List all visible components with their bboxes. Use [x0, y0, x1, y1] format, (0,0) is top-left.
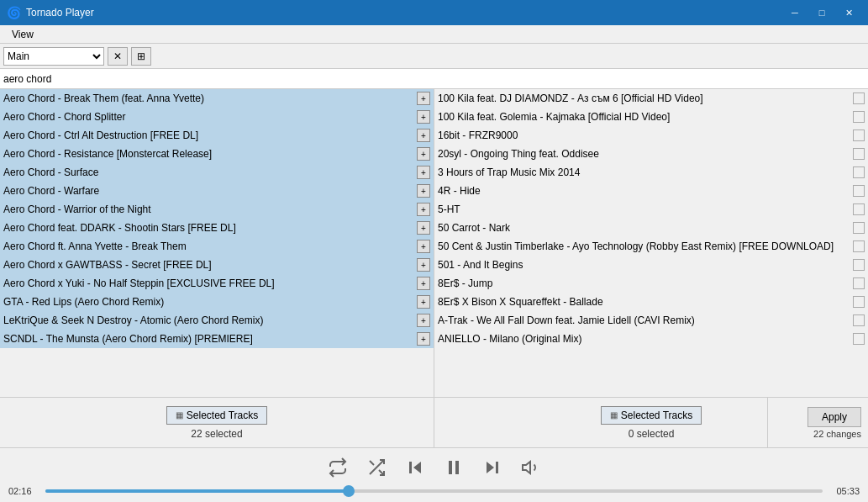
- time-start: 02:16: [8, 486, 39, 496]
- progress-area: 02:16 05:33: [0, 486, 868, 496]
- list-item[interactable]: 8Er$ X Bison X Squareffekt - Ballade: [434, 293, 868, 311]
- list-item[interactable]: Aero Chord x Yuki - No Half Steppin [EXC…: [0, 274, 434, 293]
- list-item[interactable]: Aero Chord - Warrior of the Night+: [0, 200, 434, 219]
- right-selected-icon: ▦: [610, 410, 618, 420]
- list-item[interactable]: 20syl - Ongoing Thing feat. Oddisee: [434, 145, 868, 163]
- check-button[interactable]: [853, 166, 865, 178]
- svg-marker-7: [487, 462, 494, 473]
- preset-select[interactable]: Main: [3, 47, 104, 66]
- right-selected-label: Selected Tracks: [621, 410, 692, 421]
- svg-rect-5: [449, 461, 452, 474]
- lists-area: Aero Chord - Break Them (feat. Anna Yvet…: [0, 89, 868, 397]
- app-title: Tornado Player: [26, 7, 782, 18]
- apply-button[interactable]: Apply: [808, 407, 861, 427]
- add-button[interactable]: +: [417, 147, 430, 161]
- list-item[interactable]: Aero Chord feat. DDARK - Shootin Stars […: [0, 219, 434, 237]
- add-button[interactable]: +: [417, 240, 430, 253]
- list-item[interactable]: 501 - And It Begins: [434, 256, 868, 274]
- list-item[interactable]: 16bit - FRZR9000: [434, 126, 868, 145]
- list-item[interactable]: Aero Chord ft. Anna Yvette - Break Them+: [0, 237, 434, 256]
- add-button[interactable]: +: [417, 295, 430, 309]
- check-button[interactable]: [853, 203, 865, 215]
- list-item[interactable]: LeKtriQue & Seek N Destroy - Atomic (Aer…: [0, 311, 434, 330]
- search-bar: [0, 69, 868, 89]
- loop-button[interactable]: [324, 454, 351, 481]
- check-button[interactable]: [853, 259, 865, 271]
- apply-area: Apply 22 changes: [767, 398, 868, 448]
- toolbar-grid-button[interactable]: ⊞: [131, 47, 151, 66]
- title-bar: 🌀 Tornado Player ─ □ ✕: [0, 0, 868, 25]
- list-item[interactable]: A-Trak - We All Fall Down feat. Jamie Li…: [434, 311, 868, 330]
- list-item[interactable]: 50 Cent & Justin Timberlake - Ayo Techno…: [434, 237, 868, 256]
- add-button[interactable]: +: [417, 314, 430, 327]
- check-button[interactable]: [853, 296, 865, 308]
- left-list-container: Aero Chord - Break Them (feat. Anna Yvet…: [0, 89, 434, 397]
- list-item[interactable]: Aero Chord - Surface+: [0, 163, 434, 182]
- left-selected-count: 22 selected: [191, 428, 242, 440]
- svg-marker-3: [413, 462, 421, 473]
- volume-button[interactable]: [518, 454, 544, 481]
- check-button[interactable]: [853, 111, 865, 123]
- list-item[interactable]: 8Er$ - Jump: [434, 274, 868, 293]
- right-selected-button[interactable]: ▦ Selected Tracks: [601, 406, 702, 425]
- progress-handle[interactable]: [343, 485, 355, 497]
- right-list-container: 100 Kila feat. DJ DIAMONDZ - Аз съм 6 [O…: [434, 89, 868, 397]
- right-selected-panel: ▦ Selected Tracks 0 selected Apply 22 ch…: [434, 398, 868, 447]
- list-item[interactable]: GTA - Red Lips (Aero Chord Remix)+: [0, 293, 434, 311]
- add-button[interactable]: +: [417, 277, 430, 290]
- prev-button[interactable]: [402, 454, 429, 481]
- add-button[interactable]: +: [417, 221, 430, 235]
- check-button[interactable]: [853, 222, 865, 234]
- list-item[interactable]: 3 Hours of Trap Music Mix 2014: [434, 163, 868, 182]
- list-item[interactable]: 5-HT: [434, 200, 868, 219]
- svg-rect-6: [455, 461, 459, 474]
- left-selected-button[interactable]: ▦ Selected Tracks: [166, 406, 267, 425]
- add-button[interactable]: +: [417, 129, 430, 142]
- svg-line-2: [370, 461, 374, 465]
- left-selected-icon: ▦: [176, 410, 183, 420]
- list-item[interactable]: SCNDL - The Munsta (Aero Chord Remix) [P…: [0, 330, 434, 348]
- add-button[interactable]: +: [417, 184, 430, 198]
- player-area: 02:16 05:33: [0, 447, 868, 502]
- close-button[interactable]: ✕: [836, 4, 861, 21]
- menu-bar: View: [0, 25, 868, 44]
- list-item[interactable]: Aero Chord - Break Them (feat. Anna Yvet…: [0, 89, 434, 108]
- check-button[interactable]: [853, 277, 865, 289]
- list-item[interactable]: Aero Chord - Warfare+: [0, 182, 434, 200]
- check-button[interactable]: [853, 92, 865, 104]
- check-button[interactable]: [853, 148, 865, 160]
- add-button[interactable]: +: [417, 166, 430, 179]
- progress-bar[interactable]: [45, 489, 823, 493]
- list-item[interactable]: 100 Kila feat. Golemia - Kajmaka [Offici…: [434, 108, 868, 126]
- check-button[interactable]: [853, 240, 865, 252]
- add-button[interactable]: +: [417, 92, 430, 105]
- minimize-button[interactable]: ─: [782, 4, 808, 21]
- check-button[interactable]: [853, 129, 865, 141]
- add-button[interactable]: +: [417, 110, 430, 124]
- selected-area: ▦ Selected Tracks 22 selected ▦ Selected…: [0, 397, 868, 447]
- svg-marker-9: [523, 462, 530, 473]
- add-button[interactable]: +: [417, 258, 430, 272]
- check-button[interactable]: [853, 314, 865, 326]
- pause-button[interactable]: [440, 454, 467, 481]
- list-item[interactable]: Aero Chord - Ctrl Alt Destruction [FREE …: [0, 126, 434, 145]
- player-controls: [324, 454, 544, 481]
- list-item[interactable]: Aero Chord - Chord Splitter+: [0, 108, 434, 126]
- next-button[interactable]: [479, 454, 506, 481]
- list-item[interactable]: 50 Carrot - Nark: [434, 219, 868, 237]
- list-item[interactable]: Aero Chord x GAWTBASS - Secret [FREE DL]…: [0, 256, 434, 274]
- maximize-button[interactable]: □: [809, 4, 834, 21]
- list-item[interactable]: 100 Kila feat. DJ DIAMONDZ - Аз съм 6 [O…: [434, 89, 868, 108]
- search-input[interactable]: [3, 73, 865, 85]
- toolbar-x-button[interactable]: ✕: [108, 47, 128, 66]
- window-controls: ─ □ ✕: [782, 4, 861, 21]
- check-button[interactable]: [853, 333, 865, 345]
- list-item[interactable]: 4R - Hide: [434, 182, 868, 200]
- check-button[interactable]: [853, 185, 865, 197]
- list-item[interactable]: ANIELLO - Milano (Original Mix): [434, 330, 868, 348]
- add-button[interactable]: +: [417, 332, 430, 346]
- list-item[interactable]: Aero Chord - Resistance [Monstercat Rele…: [0, 145, 434, 163]
- add-button[interactable]: +: [417, 203, 430, 216]
- menu-view[interactable]: View: [5, 27, 40, 42]
- shuffle-button[interactable]: [363, 454, 390, 481]
